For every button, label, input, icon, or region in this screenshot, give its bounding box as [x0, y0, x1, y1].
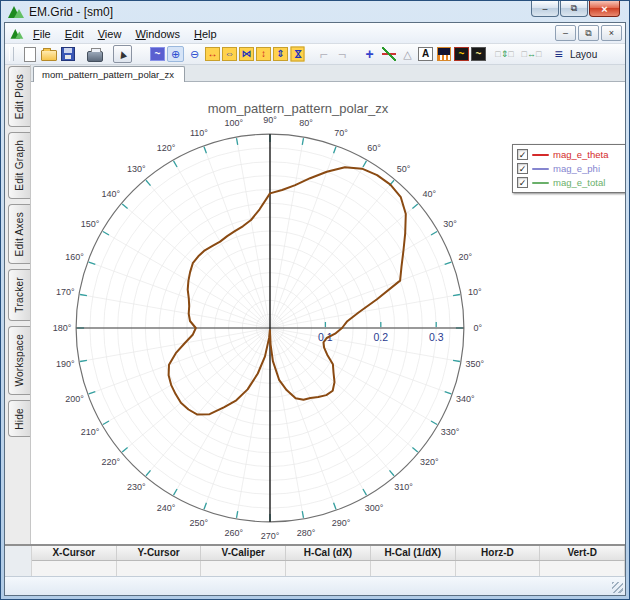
- mdi-close-button[interactable]: ×: [601, 25, 622, 41]
- angle-label: 310°: [394, 482, 413, 492]
- readout-value-cell[interactable]: [540, 561, 625, 576]
- menu-file[interactable]: File: [26, 26, 58, 42]
- app-logo-icon: [8, 4, 23, 19]
- save-icon-glyph: [61, 47, 75, 61]
- layout-icon[interactable]: ≡: [550, 46, 567, 62]
- tab-active[interactable]: mom_pattern_pattern_polar_zx: [33, 66, 185, 82]
- h-link-icon[interactable]: □↔□: [523, 46, 540, 62]
- menu-windows[interactable]: Windows: [128, 26, 187, 42]
- readout-spacer: [5, 546, 32, 576]
- sidebar-item-hide[interactable]: Hide: [8, 400, 30, 438]
- angle-label: 50°: [397, 164, 411, 174]
- h-link-icon-part: ↔: [527, 50, 536, 59]
- plot-mode-icon[interactable]: ~: [150, 47, 165, 61]
- mdi-minimize-button[interactable]: –: [555, 25, 576, 41]
- app-window: EM.Grid - [sm0] – ⧉ × FileEditViewWindow…: [0, 0, 630, 600]
- legend-checkbox[interactable]: ✓: [517, 163, 528, 174]
- new-file-icon[interactable]: [21, 46, 38, 62]
- mdi-document-icon[interactable]: [11, 27, 23, 39]
- readout-column-header: Horz-D: [456, 546, 541, 560]
- plot-dark-icon[interactable]: ~: [471, 47, 486, 61]
- sidebar-item-edit-axes[interactable]: Edit Axes: [8, 204, 30, 264]
- corner-a-icon[interactable]: ⌐: [315, 46, 332, 62]
- angle-label: 330°: [441, 427, 460, 437]
- sidebar-item-workspace[interactable]: Workspace: [8, 326, 30, 395]
- plus-marker-icon[interactable]: +: [361, 46, 378, 62]
- axes-marker-icon[interactable]: [380, 46, 397, 62]
- y-expand-icon[interactable]: ↕: [256, 47, 271, 61]
- legend-label: mag_e_phi: [553, 163, 600, 174]
- sidebar-item-label: Edit Graph: [14, 140, 25, 191]
- menu-items: FileEditViewWindowsHelp: [26, 24, 224, 42]
- angle-label: 10°: [468, 287, 482, 297]
- resize-grip[interactable]: [612, 582, 623, 593]
- sidebar-item-edit-graph[interactable]: Edit Graph: [8, 132, 30, 199]
- mdi-restore-button[interactable]: ⧉: [578, 25, 599, 41]
- menu-view[interactable]: View: [91, 26, 129, 42]
- y-shrink-icon[interactable]: ⋈: [291, 47, 305, 62]
- readout-value-cell[interactable]: [456, 561, 541, 576]
- legend-line-swatch: [532, 168, 549, 170]
- toolbar-grip: [9, 47, 14, 61]
- tab-strip: mom_pattern_pattern_polar_zx: [31, 65, 625, 82]
- readout-value-cell[interactable]: [286, 561, 371, 576]
- v-link-icon[interactable]: □⇕□: [496, 46, 513, 62]
- angle-label: 350°: [465, 359, 484, 369]
- readout-value-cell[interactable]: [117, 561, 202, 576]
- legend-label: mag_e_total: [553, 177, 605, 188]
- angle-label: 100°: [225, 118, 244, 128]
- readout-value-row: [32, 561, 625, 576]
- radial-tick-label: 0.3: [429, 331, 444, 343]
- sidebar-item-edit-plots[interactable]: Edit Plots: [8, 66, 30, 127]
- legend-row: ✓mag_e_theta: [517, 148, 621, 161]
- angle-label: 340°: [456, 394, 475, 404]
- angle-label: 180°: [53, 323, 72, 333]
- readout-column-header: X-Cursor: [32, 546, 117, 560]
- toolbar: ▶~⊕⊖↔⇔⋈↕⇕⋈⌐⌐+△A~~□⇕□□↔□≡Layou: [5, 44, 625, 65]
- v-link-icon-part: □: [508, 50, 513, 59]
- print-icon[interactable]: [86, 46, 103, 62]
- legend-checkbox[interactable]: ✓: [517, 177, 528, 188]
- menu-edit[interactable]: Edit: [58, 26, 91, 42]
- open-icon[interactable]: [40, 46, 57, 62]
- zoom-in-icon[interactable]: ⊕: [167, 46, 184, 62]
- close-button[interactable]: ×: [589, 1, 620, 17]
- menu-help[interactable]: Help: [187, 26, 224, 42]
- legend-checkbox[interactable]: ✓: [517, 149, 528, 160]
- minimize-button[interactable]: –: [531, 1, 559, 17]
- pointer-icon[interactable]: ▶: [113, 45, 132, 63]
- restore-button[interactable]: ⧉: [560, 1, 588, 17]
- menu-bar: FileEditViewWindowsHelp – ⧉ ×: [5, 23, 625, 44]
- readout-value-cell[interactable]: [201, 561, 286, 576]
- plot-hist-icon[interactable]: [435, 46, 452, 62]
- sidebar-item-tracker[interactable]: Tracker: [8, 269, 30, 321]
- angle-label: 0°: [474, 323, 483, 333]
- text-marker-icon[interactable]: A: [418, 47, 433, 61]
- new-file-icon-glyph: [24, 47, 36, 62]
- readout-value-cell[interactable]: [371, 561, 456, 576]
- triangle-marker-icon[interactable]: △: [399, 46, 416, 62]
- y-arrows-icon[interactable]: ⇕: [273, 47, 288, 61]
- zoom-out-icon[interactable]: ⊖: [186, 46, 203, 62]
- angle-label: 240°: [157, 503, 176, 513]
- plot-panel: mom_pattern_pattern_polar_zx mom_pattern…: [31, 65, 625, 544]
- readout-value-cell[interactable]: [32, 561, 117, 576]
- angle-label: 130°: [127, 164, 146, 174]
- angle-label: 200°: [65, 394, 84, 404]
- x-shrink-icon[interactable]: ⋈: [239, 47, 254, 61]
- legend-row: ✓mag_e_total: [517, 176, 621, 189]
- corner-b-icon[interactable]: ⌐: [334, 46, 351, 62]
- readout-column-header: Vert-D: [540, 546, 625, 560]
- angle-label: 250°: [190, 518, 209, 528]
- plot-red-icon[interactable]: ~: [454, 47, 469, 61]
- angle-label: 170°: [56, 287, 75, 297]
- x-arrows-icon[interactable]: ⇔: [222, 47, 237, 61]
- window-title: EM.Grid - [sm0]: [29, 5, 113, 19]
- save-icon[interactable]: [59, 46, 76, 62]
- angle-label: 230°: [127, 482, 146, 492]
- x-expand-icon[interactable]: ↔: [205, 47, 220, 61]
- status-text: [5, 582, 11, 593]
- angle-label: 60°: [367, 143, 381, 153]
- angle-label: 270°: [261, 531, 280, 541]
- sidebar-item-label: Workspace: [14, 334, 25, 387]
